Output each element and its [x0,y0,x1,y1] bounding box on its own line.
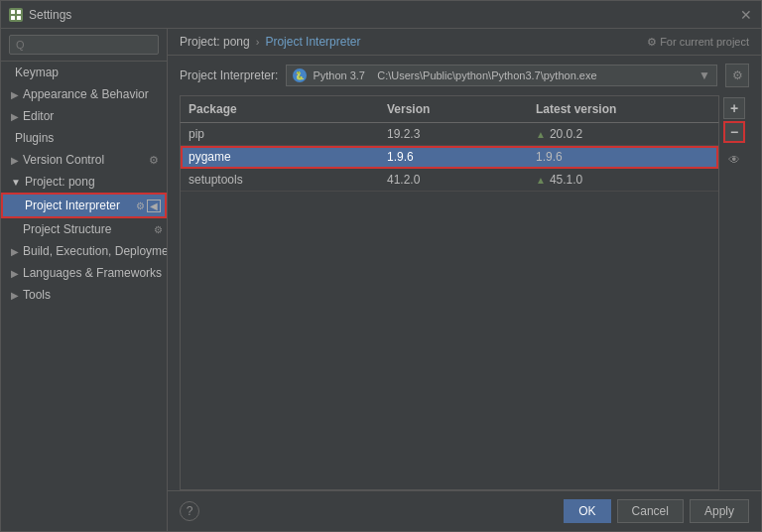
arrow-icon: ▶ [11,290,19,301]
settings-icon: ⚙ [149,154,159,167]
sidebar-label: Appearance & Behavior [23,87,149,101]
sidebar-label: Project Interpreter [25,199,120,212]
eye-button[interactable]: 👁 [723,149,745,171]
package-version: 19.2.3 [379,123,528,145]
search-input[interactable] [9,35,159,55]
col-header-package: Package [181,100,379,118]
settings-window: Settings ✕ Keymap ▶ Appearance & Behavio… [0,0,762,532]
table-row[interactable]: pygame 1.9.6 1.9.6 [181,146,718,169]
sidebar-label: Keymap [15,66,59,79]
settings-icon: ⚙ [154,224,163,235]
breadcrumb: Project: pong › Project Interpreter ⚙ Fo… [168,29,761,56]
footer-left: ? [180,501,199,521]
sidebar-item-languages[interactable]: ▶ Languages & Frameworks [1,262,167,284]
sidebar-item-keymap[interactable]: Keymap [1,62,167,83]
package-version: 1.9.6 [379,146,528,168]
package-name: setuptools [181,169,379,191]
arrow-icon: ▶ [11,246,19,257]
sidebar-item-project-interpreter[interactable]: Project Interpreter ⚙ ◀ [1,193,167,218]
arrow-open-icon: ▼ [11,177,21,188]
package-latest: ▲ 20.0.2 [528,123,718,145]
sidebar-item-project-structure[interactable]: Project Structure ⚙ [1,218,167,240]
table-header: Package Version Latest version [180,95,719,123]
app-icon [9,8,23,22]
settings-icon: ⚙ [136,200,145,211]
sidebar-label: Editor [23,109,54,123]
sidebar: Keymap ▶ Appearance & Behavior ▶ Editor … [1,29,168,531]
sidebar-item-project-pong[interactable]: ▼ Project: pong [1,171,167,193]
titlebar: Settings ✕ [1,1,761,29]
arrow-icon: ▶ [11,268,19,279]
interpreter-select[interactable]: 🐍 Python 3.7 C:\Users\Public\python\Pyth… [286,65,717,86]
table-row[interactable]: setuptools 41.2.0 ▲ 45.1.0 [181,169,718,192]
arrow-icon: ▶ [11,155,19,166]
ok-button[interactable]: OK [564,499,610,523]
sidebar-item-build[interactable]: ▶ Build, Execution, Deployment [1,240,167,262]
sidebar-label: Tools [23,288,51,302]
interpreter-path: Python 3.7 C:\Users\Public\python\Python… [313,69,695,81]
svg-rect-2 [11,16,15,20]
upgrade-arrow-icon: ▲ [536,175,546,186]
table-body: pip 19.2.3 ▲ 20.0.2 pygame 1.9.6 [180,123,719,490]
col-header-version: Version [379,100,528,118]
sidebar-item-tools[interactable]: ▶ Tools [1,284,167,306]
sidebar-label: Languages & Frameworks [23,266,162,280]
footer: ? OK Cancel Apply [168,490,761,531]
for-current-label: ⚙ For current project [647,36,749,49]
package-version: 41.2.0 [379,169,528,191]
search-box [1,29,167,62]
sidebar-item-version-control[interactable]: ▶ Version Control ⚙ [1,149,167,171]
help-button[interactable]: ? [180,501,199,521]
breadcrumb-arrow-icon: › [256,36,260,48]
python-icon: 🐍 [293,68,307,82]
interpreter-row: Project Interpreter: 🐍 Python 3.7 C:\Use… [168,56,761,95]
apply-button[interactable]: Apply [690,499,749,523]
col-header-latest: Latest version [528,100,718,118]
cancel-button[interactable]: Cancel [617,499,684,523]
sidebar-label: Version Control [23,153,104,167]
sidebar-label: Plugins [15,131,54,145]
breadcrumb-project: Project: pong [180,35,250,49]
arrow-icon: ▶ [11,111,19,122]
interpreter-label: Project Interpreter: [180,68,278,82]
arrow-icon: ▶ [11,89,19,100]
svg-rect-1 [17,10,21,14]
sidebar-label: Build, Execution, Deployment [23,244,168,258]
svg-rect-3 [17,16,21,20]
svg-rect-0 [11,10,15,14]
package-name: pip [181,123,379,145]
content-area: Project: pong › Project Interpreter ⚙ Fo… [168,29,761,531]
package-latest: 1.9.6 [528,146,718,168]
sidebar-item-appearance[interactable]: ▶ Appearance & Behavior [1,83,167,105]
table-actions: + − 👁 [719,95,749,490]
breadcrumb-section: Project Interpreter [265,35,360,49]
packages-table: Package Version Latest version pip 19.2.… [180,95,749,490]
package-name: pygame [181,146,379,168]
upgrade-arrow-icon: ▲ [536,129,546,140]
window-title: Settings [29,8,739,22]
sidebar-label: Project Structure [23,222,111,236]
dropdown-arrow-icon: ▼ [698,68,710,82]
add-package-button[interactable]: + [723,97,745,119]
package-latest: ▲ 45.1.0 [528,169,718,191]
footer-right: OK Cancel Apply [564,499,749,523]
interpreter-gear-button[interactable]: ⚙ [725,64,749,87]
table-row[interactable]: pip 19.2.3 ▲ 20.0.2 [181,123,718,146]
close-button[interactable]: ✕ [739,8,753,22]
sidebar-label: Project: pong [25,175,95,189]
sidebar-item-editor[interactable]: ▶ Editor [1,105,167,127]
sidebar-item-plugins[interactable]: Plugins [1,127,167,149]
remove-package-button[interactable]: − [723,121,745,143]
collapse-icon: ◀ [147,200,161,212]
